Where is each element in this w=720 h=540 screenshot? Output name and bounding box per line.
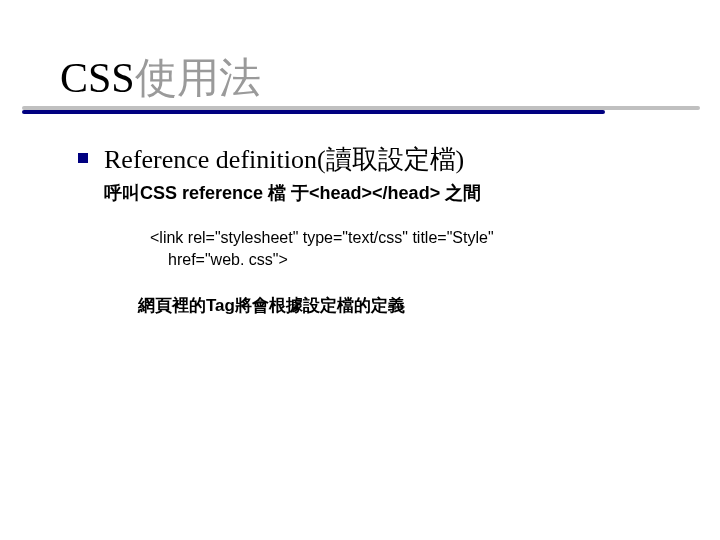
slide-title-container: CSS使用法	[60, 50, 660, 114]
bullet1-parenthetical: (讀取設定檔)	[317, 145, 464, 174]
bullet-level1: Reference definition(讀取設定檔)	[78, 142, 660, 177]
code-line-2: href="web. css">	[150, 249, 660, 271]
bullet1-english: Reference definition	[104, 145, 317, 174]
title-underline	[22, 106, 700, 114]
title-english: CSS	[60, 55, 135, 101]
square-bullet-icon	[78, 153, 88, 163]
title-chinese: 使用法	[135, 55, 261, 101]
code-line-1: <link rel="stylesheet" type="text/css" t…	[150, 227, 660, 249]
slide-body: Reference definition(讀取設定檔) 呼叫CSS refere…	[60, 142, 660, 317]
note-text: 網頁裡的Tag將會根據設定檔的定義	[138, 294, 660, 317]
rule-navy	[22, 110, 605, 114]
slide: CSS使用法 Reference definition(讀取設定檔) 呼叫CSS…	[0, 0, 720, 540]
code-example: <link rel="stylesheet" type="text/css" t…	[150, 227, 660, 270]
bullet-level2: 呼叫CSS reference 檔 于<head></head> 之間	[104, 181, 660, 205]
